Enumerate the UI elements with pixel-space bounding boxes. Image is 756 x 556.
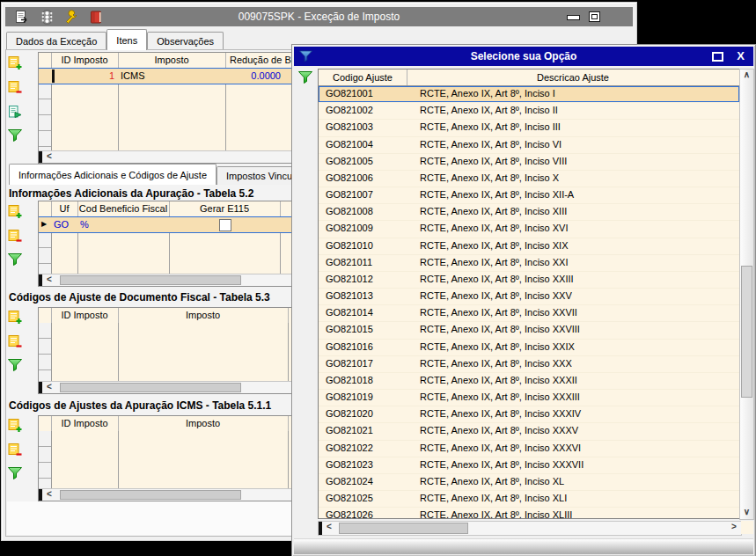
list-item[interactable]: GO821006 RCTE, Anexo IX, Art 8º, Inciso … [319,171,739,187]
col-imposto[interactable]: Imposto [118,55,225,65]
cell-cod-beneficio: % [80,219,89,230]
section-52-toolbar [8,204,26,275]
main-tabstrip: Dados da Exceção Itens Observações [6,30,224,50]
col-id-imposto[interactable]: ID Imposto [51,310,118,320]
scroll-left-icon[interactable] [43,274,55,286]
filter-icon[interactable] [8,129,22,142]
maximize-icon[interactable] [589,11,600,22]
list-item[interactable]: GO821018 RCTE, Anexo IX, Art 8º, Inciso … [319,373,739,390]
col-imposto[interactable]: Imposto [118,310,288,320]
list-item[interactable]: GO821012 RCTE, Anexo IX, Art 8º, Inciso … [319,272,739,289]
edit-run-icon[interactable] [8,105,23,120]
codigo-ajuste-cell: GO821016 [326,341,373,352]
codigo-ajuste-cell: GO821014 [326,307,373,318]
delete-row-icon[interactable] [8,80,23,95]
scroll-left-icon[interactable] [323,522,335,535]
main-window-title: 009075SPK - Exceção de Imposto [5,11,633,23]
list-item[interactable]: GO821003 RCTE, Anexo IX, Art 8º, Inciso … [319,120,739,136]
codigo-ajuste-cell: GO821024 [326,476,373,486]
col-imposto[interactable]: Imposto [118,418,288,428]
current-row-arrow-icon: ▶ [41,221,47,228]
codigo-ajuste-cell: GO821002 [326,105,373,115]
list-item[interactable]: GO821001 RCTE, Anexo IX, Art 8º, Inciso … [319,86,739,103]
list-item[interactable]: GO821010 RCTE, Anexo IX, Art 8º, Inciso … [319,238,739,255]
tab-informacoes-adicionais[interactable]: Informações Adicionais e Códigos de Ajus… [9,164,217,185]
scrollbar-position-bar [39,382,42,393]
cell-id: 1 [51,70,114,81]
codigo-ajuste-cell: GO821012 [326,274,373,284]
gerar-e115-checkbox[interactable] [219,219,231,231]
add-row-icon[interactable] [8,310,23,325]
scrollbar-thumb[interactable] [60,383,241,392]
descricao-ajuste-cell: RCTE, Anexo IX, Art 8º, Inciso XXXVII [420,459,584,470]
descricao-ajuste-cell: RCTE, Anexo IX, Art 8º, Inciso X [420,172,559,183]
codigo-ajuste-cell: GO821017 [326,358,373,369]
add-row-icon[interactable] [8,418,23,433]
filter-icon[interactable] [298,71,312,84]
list-item[interactable]: GO821008 RCTE, Anexo IX, Art 8º, Inciso … [319,204,739,221]
list-item[interactable]: GO821026 RCTE, Anexo IX, Art 8º, Inciso … [319,508,739,518]
list-item[interactable]: GO821023 RCTE, Anexo IX, Art 8º, Inciso … [319,457,739,474]
filter-icon[interactable] [8,467,22,479]
scroll-left-icon[interactable] [43,151,55,163]
scroll-left-icon[interactable] [43,382,55,393]
descricao-ajuste-cell: RCTE, Anexo IX, Art 8º, Inciso XIX [420,240,568,251]
list-item[interactable]: GO821024 RCTE, Anexo IX, Art 8º, Inciso … [319,474,739,491]
section-511-toolbar [8,418,26,489]
add-row-icon[interactable] [8,204,23,219]
delete-row-icon[interactable] [8,229,23,244]
codigo-ajuste-cell: GO821019 [326,391,373,402]
list-item[interactable]: GO821013 RCTE, Anexo IX, Art 8º, Inciso … [319,289,739,305]
filter-icon[interactable] [8,359,22,371]
minimize-icon[interactable] [567,15,580,20]
codigo-ajuste-cell: GO821010 [326,240,373,251]
list-item[interactable]: GO821022 RCTE, Anexo IX, Art 8º, Inciso … [319,441,739,457]
scrollbar-thumb[interactable] [339,523,468,534]
list-item[interactable]: GO821002 RCTE, Anexo IX, Art 8º, Inciso … [319,103,739,120]
list-item[interactable]: GO821020 RCTE, Anexo IX, Art 8º, Inciso … [319,406,739,423]
list-item[interactable]: GO821005 RCTE, Anexo IX, Art 8º, Inciso … [319,154,739,171]
dialog-vscrollbar[interactable] [739,69,754,520]
descricao-ajuste-cell: RCTE, Anexo IX, Art 8º, Inciso XVI [420,223,568,233]
list-item[interactable]: GO821016 RCTE, Anexo IX, Art 8º, Inciso … [319,340,739,356]
scrollbar-thumb[interactable] [741,266,752,398]
filter-icon[interactable] [8,253,22,266]
list-item[interactable]: GO821007 RCTE, Anexo IX, Art 8º, Inciso … [319,187,739,204]
descricao-ajuste-cell: RCTE, Anexo IX, Art 8º, Inciso VI [420,139,561,150]
section-52-title: Informações Adicionais da Apuração - Tab… [9,187,253,200]
tab-dados-da-excecao[interactable]: Dados da Exceção [6,32,106,50]
descricao-ajuste-cell: RCTE, Anexo IX, Art 8º, Inciso II [420,105,558,115]
tab-itens[interactable]: Itens [106,29,147,50]
delete-row-icon[interactable] [8,443,23,457]
list-item[interactable]: GO821009 RCTE, Anexo IX, Art 8º, Inciso … [319,221,739,238]
list-item[interactable]: GO821025 RCTE, Anexo IX, Art 8º, Inciso … [319,491,739,508]
scroll-left-icon[interactable] [43,489,55,501]
scrollbar-thumb[interactable] [60,275,241,285]
list-item[interactable]: GO821017 RCTE, Anexo IX, Art 8º, Inciso … [319,356,739,373]
maximize-icon[interactable] [712,52,723,62]
tab-observacoes[interactable]: Observações [147,32,224,50]
col-codigo-ajuste[interactable]: Codigo Ajuste [319,72,407,83]
list-item[interactable]: GO821021 RCTE, Anexo IX, Art 8º, Inciso … [319,423,739,440]
col-gerar-e115[interactable]: Gerar E115 [169,203,280,214]
scroll-down-icon[interactable] [740,507,753,519]
col-id-imposto[interactable]: ID Imposto [51,55,118,65]
list-item[interactable]: GO821011 RCTE, Anexo IX, Art 8º, Inciso … [319,255,739,272]
scroll-up-icon[interactable] [740,70,753,82]
col-cod-beneficio[interactable]: Cod Beneficio Fiscal [77,203,169,214]
scrollbar-thumb[interactable] [60,490,241,500]
delete-row-icon[interactable] [8,334,23,349]
list-item[interactable]: GO821019 RCTE, Anexo IX, Art 8º, Inciso … [319,390,739,406]
descricao-ajuste-cell: RCTE, Anexo IX, Art 8º, Inciso XII-A [420,189,574,200]
col-descricao-ajuste[interactable]: Descricao Ajuste [407,72,739,83]
list-item[interactable]: GO821015 RCTE, Anexo IX, Art 8º, Inciso … [319,322,739,339]
close-icon[interactable] [737,49,745,62]
list-item[interactable]: GO821004 RCTE, Anexo IX, Art 8º, Inciso … [319,137,739,154]
col-uf[interactable]: Uf [51,203,77,214]
codigo-ajuste-cell: GO821022 [326,443,373,453]
scroll-right-icon[interactable] [728,522,740,535]
add-row-icon[interactable] [8,55,23,70]
dialog-hscrollbar[interactable] [318,521,742,536]
list-item[interactable]: GO821014 RCTE, Anexo IX, Art 8º, Inciso … [319,305,739,322]
col-id-imposto[interactable]: ID Imposto [51,418,118,428]
